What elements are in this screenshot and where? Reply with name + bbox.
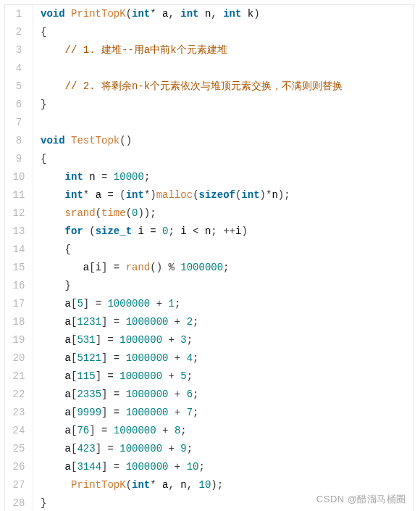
line-number: 9 [5, 150, 33, 168]
line-number: 8 [5, 132, 33, 150]
code-line: 9 { [5, 150, 413, 168]
line-number: 12 [5, 204, 33, 223]
code-line: 3 // 1. 建堆--用a中前k个元素建堆 [5, 41, 413, 59]
code-line: 10 int n = 10000; [5, 168, 413, 186]
code-content: } [33, 277, 71, 295]
line-number: 5 [5, 78, 33, 96]
line-number: 15 [5, 259, 33, 277]
line-number: 28 [5, 494, 33, 511]
code-content: a[1231] = 1000000 + 2; [33, 313, 199, 331]
code-line: 18 a[1231] = 1000000 + 2; [5, 313, 413, 331]
code-content: a[76] = 1000000 + 8; [33, 422, 187, 440]
code-content: a[115] = 1000000 + 5; [33, 367, 193, 386]
line-number: 22 [5, 386, 33, 404]
code-line: 28 } [5, 494, 413, 511]
code-line: 14 { [5, 241, 413, 259]
code-line: 19 a[531] = 1000000 + 3; [5, 331, 413, 349]
line-number: 1 [5, 5, 33, 23]
line-number: 6 [5, 96, 33, 114]
code-line: 6 } [5, 96, 413, 114]
code-content: void TestTopk() [33, 132, 132, 150]
code-content: void PrintTopK(int* a, int n, int k) [33, 5, 260, 23]
code-content: { [33, 23, 46, 41]
code-content: a[5121] = 1000000 + 4; [33, 349, 199, 367]
code-content: { [33, 150, 46, 168]
code-content: a[5] = 1000000 + 1; [33, 295, 180, 313]
line-number: 24 [5, 422, 33, 440]
code-line: 26 a[3144] = 1000000 + 10; [5, 458, 413, 476]
code-content: a[i] = rand() % 1000000; [33, 259, 230, 277]
code-content: a[531] = 1000000 + 3; [33, 331, 193, 349]
line-number: 3 [5, 41, 33, 59]
code-line: 22 a[2335] = 1000000 + 6; [5, 386, 413, 404]
code-content: a[2335] = 1000000 + 6; [33, 386, 199, 404]
line-number: 2 [5, 23, 33, 41]
line-number: 25 [5, 440, 33, 458]
code-line: 8 void TestTopk() [5, 132, 413, 150]
code-line: 17 a[5] = 1000000 + 1; [5, 295, 413, 313]
code-content: // 2. 将剩余n-k个元素依次与堆顶元素交换，不满则则替换 [33, 78, 343, 96]
code-line: 21 a[115] = 1000000 + 5; [5, 367, 413, 386]
line-number: 13 [5, 223, 33, 241]
code-line: 25 a[423] = 1000000 + 9; [5, 440, 413, 458]
code-content: for (size_t i = 0; i < n; ++i) [33, 223, 248, 241]
line-number: 11 [5, 186, 33, 204]
line-number: 26 [5, 458, 33, 476]
code-content: srand(time(0)); [33, 204, 156, 223]
code-content: a[423] = 1000000 + 9; [33, 440, 193, 458]
line-number: 16 [5, 277, 33, 295]
code-content: int* a = (int*)malloc(sizeof(int)*n); [33, 186, 290, 204]
line-number: 4 [5, 59, 33, 78]
code-content: a[3144] = 1000000 + 10; [33, 458, 205, 476]
code-line: 4 [5, 59, 413, 78]
code-line: 27 PrintTopK(int* a, n, 10); [5, 476, 413, 494]
code-line: 23 a[9999] = 1000000 + 7; [5, 404, 413, 422]
line-number: 27 [5, 476, 33, 494]
code-line: 11 int* a = (int*)malloc(sizeof(int)*n); [5, 186, 413, 204]
line-number: 23 [5, 404, 33, 422]
code-content: { [33, 241, 71, 259]
code-line: 12 srand(time(0)); [5, 204, 413, 223]
code-content [33, 114, 46, 132]
line-number: 19 [5, 331, 33, 349]
code-line: 13 for (size_t i = 0; i < n; ++i) [5, 223, 413, 241]
code-content: int n = 10000; [33, 168, 150, 186]
code-line: 15 a[i] = rand() % 1000000; [5, 259, 413, 277]
code-line: 24 a[76] = 1000000 + 8; [5, 422, 413, 440]
code-line: 1 void PrintTopK(int* a, int n, int k) [5, 5, 413, 23]
code-content: // 1. 建堆--用a中前k个元素建堆 [33, 41, 227, 59]
line-number: 21 [5, 367, 33, 386]
code-content: a[9999] = 1000000 + 7; [33, 404, 199, 422]
line-number: 18 [5, 313, 33, 331]
code-line: 5 // 2. 将剩余n-k个元素依次与堆顶元素交换，不满则则替换 [5, 78, 413, 96]
code-line: 20 a[5121] = 1000000 + 4; [5, 349, 413, 367]
line-number: 10 [5, 168, 33, 186]
line-number: 20 [5, 349, 33, 367]
code-line: 16 } [5, 277, 413, 295]
line-number: 17 [5, 295, 33, 313]
code-content: PrintTopK(int* a, n, 10); [33, 476, 223, 494]
code-line: 2 { [5, 23, 413, 41]
code-content [33, 59, 46, 78]
code-block: 1 void PrintTopK(int* a, int n, int k) 2… [4, 4, 414, 511]
code-line: 7 [5, 114, 413, 132]
code-content: } [33, 96, 46, 114]
line-number: 14 [5, 241, 33, 259]
code-content: } [33, 494, 46, 511]
line-number: 7 [5, 114, 33, 132]
